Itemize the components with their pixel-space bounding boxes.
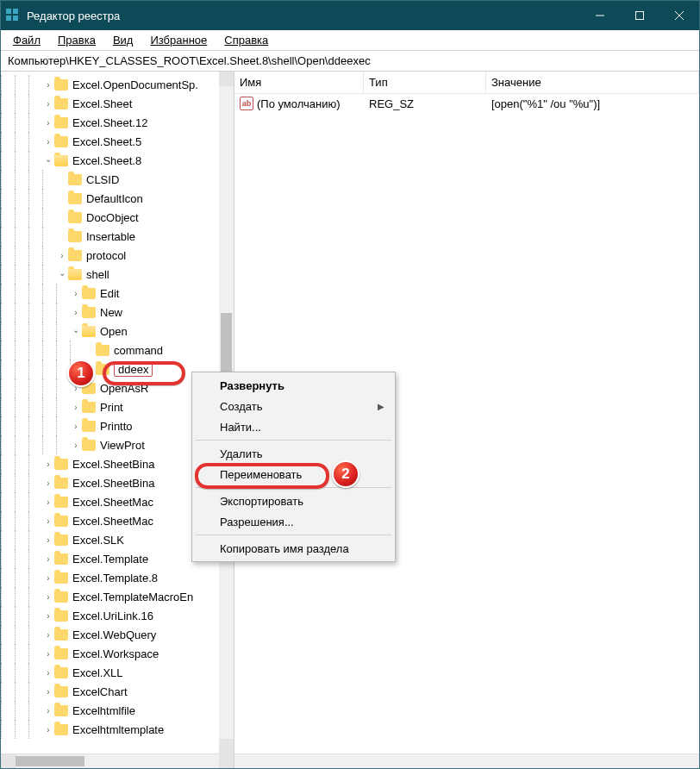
- folder-icon: [82, 421, 96, 432]
- column-header-name[interactable]: Имя: [234, 72, 364, 93]
- chevron-right-icon[interactable]: ›: [42, 116, 54, 128]
- chevron-down-icon[interactable]: ⌄: [42, 153, 54, 165]
- chevron-right-icon[interactable]: ›: [42, 723, 54, 735]
- menu-help[interactable]: Справка: [217, 32, 275, 48]
- chevron-right-icon[interactable]: ›: [42, 135, 54, 147]
- column-header-type[interactable]: Тип: [364, 72, 486, 93]
- tree-node-label: Excelhtmlfile: [72, 704, 135, 717]
- chevron-right-icon[interactable]: ›: [42, 704, 54, 716]
- chevron-right-icon[interactable]: ›: [42, 458, 54, 470]
- tree-node-label: Excel.Sheet.5: [72, 135, 141, 148]
- values-header: Имя Тип Значение: [234, 72, 699, 94]
- context-menu: Развернуть Создать▶ Найти... Удалить Пер…: [191, 372, 396, 562]
- chevron-right-icon[interactable]: ›: [70, 439, 82, 451]
- menu-file[interactable]: Файл: [6, 32, 47, 48]
- chevron-right-icon[interactable]: ›: [42, 78, 54, 91]
- chevron-right-icon[interactable]: ›: [42, 572, 54, 584]
- chevron-right-icon[interactable]: ›: [70, 401, 82, 413]
- ctx-rename[interactable]: Переименовать: [194, 464, 393, 485]
- tree-node[interactable]: ›Excelhtmlfile: [1, 701, 234, 720]
- folder-icon: [96, 364, 109, 375]
- ctx-delete[interactable]: Удалить: [194, 443, 393, 464]
- tree-node[interactable]: ›Excel.Sheet.12: [1, 113, 234, 132]
- chevron-right-icon[interactable]: ›: [42, 477, 54, 489]
- tree-node[interactable]: ›Excel.Sheet.5: [1, 132, 234, 151]
- chevron-right-icon[interactable]: ›: [42, 97, 54, 109]
- tree-node[interactable]: ⌄shell: [1, 265, 234, 284]
- folder-icon: [54, 535, 68, 546]
- menu-favorites[interactable]: Избранное: [143, 32, 214, 48]
- folder-icon: [96, 345, 109, 356]
- minimize-button[interactable]: [580, 1, 620, 30]
- chevron-right-icon[interactable]: ›: [42, 534, 54, 546]
- address-text: Компьютер\HKEY_CLASSES_ROOT\Excel.Sheet.…: [8, 54, 371, 67]
- folder-icon: [54, 478, 68, 489]
- chevron-right-icon[interactable]: ›: [42, 666, 54, 678]
- tree-node[interactable]: ›Excel.TemplateMacroEn: [1, 587, 234, 606]
- chevron-right-icon[interactable]: ›: [42, 553, 54, 565]
- ctx-expand[interactable]: Развернуть: [194, 375, 393, 396]
- menu-edit[interactable]: Правка: [51, 32, 103, 48]
- chevron-right-icon[interactable]: ›: [70, 420, 82, 432]
- chevron-right-icon[interactable]: ›: [42, 515, 54, 527]
- tree-node[interactable]: ›New: [1, 303, 234, 322]
- folder-icon: [54, 610, 68, 622]
- folder-icon: [54, 629, 68, 641]
- chevron-down-icon[interactable]: ⌄: [70, 323, 82, 335]
- tree-node[interactable]: ›ExcelChart: [1, 682, 234, 701]
- folder-icon: [82, 326, 96, 337]
- chevron-right-icon[interactable]: ›: [56, 249, 68, 261]
- tree-node[interactable]: ›Excel.OpenDocumentSp.: [1, 75, 234, 94]
- chevron-right-icon[interactable]: ›: [42, 628, 54, 641]
- tree-node[interactable]: ›Edit: [1, 284, 234, 303]
- ctx-copy-key-name[interactable]: Копировать имя раздела: [194, 538, 393, 559]
- chevron-right-icon[interactable]: ›: [42, 496, 54, 508]
- tree-node[interactable]: ⌄Excel.Sheet.8: [1, 151, 234, 170]
- tree-node[interactable]: ⌄Open: [1, 322, 234, 341]
- close-button[interactable]: [659, 1, 699, 30]
- tree-node[interactable]: ›protocol: [1, 246, 234, 265]
- ctx-separator: [196, 440, 391, 441]
- chevron-right-icon[interactable]: ›: [42, 610, 54, 622]
- folder-icon: [82, 440, 96, 451]
- tree-node[interactable]: DefaultIcon: [1, 189, 234, 208]
- tree-node[interactable]: CLSID: [1, 170, 234, 189]
- chevron-right-icon[interactable]: ›: [42, 647, 54, 660]
- ctx-create[interactable]: Создать▶: [194, 396, 393, 416]
- tree-horizontal-scrollbar[interactable]: [1, 753, 234, 768]
- menu-view[interactable]: Вид: [106, 32, 141, 48]
- tree-node[interactable]: ›Excel.Workspace: [1, 644, 234, 663]
- tree-node[interactable]: ›Excel.XLL: [1, 663, 234, 682]
- folder-icon: [54, 155, 68, 166]
- chevron-down-icon[interactable]: ⌄: [56, 266, 68, 278]
- ctx-find[interactable]: Найти...: [194, 416, 393, 437]
- tree-node[interactable]: ›Excel.Template.8: [1, 568, 234, 587]
- chevron-right-icon[interactable]: ›: [42, 685, 54, 697]
- folder-icon: [54, 79, 68, 91]
- folder-icon: [54, 591, 68, 603]
- tree-node[interactable]: ›Excelhtmltemplate: [1, 720, 234, 739]
- tree-node-label: Excel.Template: [72, 553, 148, 566]
- value-row[interactable]: ab (По умолчанию) REG_SZ [open("%1" /ou …: [234, 94, 699, 113]
- ctx-permissions[interactable]: Разрешения...: [194, 511, 393, 532]
- maximize-button[interactable]: [620, 1, 659, 30]
- tree-node[interactable]: command: [1, 341, 234, 359]
- tree-node[interactable]: DocObject: [1, 208, 234, 227]
- tree-node-label: CLSID: [86, 173, 119, 186]
- tree-node-label: Edit: [100, 287, 119, 300]
- values-horizontal-scrollbar[interactable]: [234, 753, 699, 768]
- chevron-right-icon[interactable]: ›: [70, 287, 82, 299]
- tree-node[interactable]: ›Excel.WebQuery: [1, 625, 234, 644]
- tree-node[interactable]: ›Excel.UriLink.16: [1, 606, 234, 625]
- tree-node-label: Excel.Workspace: [72, 647, 159, 660]
- address-bar[interactable]: Компьютер\HKEY_CLASSES_ROOT\Excel.Sheet.…: [1, 51, 699, 72]
- ctx-export[interactable]: Экспортировать: [194, 491, 393, 511]
- chevron-right-icon[interactable]: ›: [70, 306, 82, 318]
- tree-node[interactable]: ›Excel.Sheet: [1, 94, 234, 113]
- chevron-right-icon[interactable]: ›: [42, 591, 54, 603]
- column-header-value[interactable]: Значение: [486, 72, 699, 93]
- folder-icon: [54, 117, 68, 128]
- chevron-right-icon: ▶: [378, 402, 384, 411]
- value-data: [open("%1" /ou "%u")]: [486, 97, 699, 110]
- tree-node[interactable]: Insertable: [1, 227, 234, 246]
